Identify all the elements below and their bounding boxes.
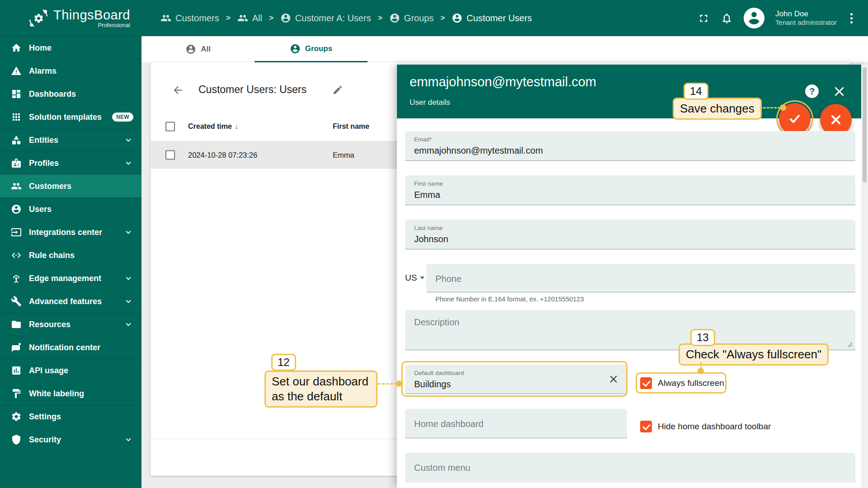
always-fullscreen-checkbox[interactable] (640, 377, 652, 389)
account-icon (290, 43, 301, 54)
kebab-menu-icon[interactable] (848, 10, 855, 26)
people-icon (237, 13, 248, 23)
select-all-checkbox[interactable] (165, 122, 175, 131)
sidebar-item-label: Dashboards (29, 89, 76, 99)
check-icon (787, 111, 802, 127)
account-icon (185, 44, 196, 55)
breadcrumb-customer-users[interactable]: Customer Users (452, 13, 532, 23)
sidebar-item-home[interactable]: Home (0, 36, 142, 59)
sidebar-item-label: Notification center (29, 343, 100, 352)
breadcrumb-groups[interactable]: Groups (389, 13, 434, 23)
close-icon[interactable] (833, 85, 845, 98)
tab-groups[interactable]: Groups (255, 36, 368, 62)
sidebar-item-notification-center[interactable]: Notification center (0, 336, 142, 359)
breadcrumb-label: Customer Users (467, 13, 532, 23)
phone-field[interactable]: Phone (426, 264, 855, 292)
sidebar-item-label: API usage (29, 366, 68, 375)
breadcrumb-separator: > (226, 14, 231, 23)
people-icon (11, 181, 22, 192)
checkbox-label: Hide home dashboard toolbar (658, 422, 771, 432)
account-icon (11, 204, 22, 215)
sidebar-item-label: Integrations center (29, 228, 102, 237)
dashboards-icon (11, 89, 22, 99)
resize-handle-icon[interactable] (847, 342, 853, 347)
sidebar-item-alarms[interactable]: Alarms (0, 59, 142, 82)
sidebar-item-white-labeling[interactable]: White labeling (0, 382, 142, 405)
step12-connector-dot (396, 380, 402, 387)
sidebar-item-edge-management[interactable]: Edge management (0, 267, 142, 290)
field-label: Last name (414, 225, 443, 231)
clear-field-icon[interactable] (608, 374, 619, 385)
app-logo[interactable]: ThingsBoard Professional (0, 0, 142, 36)
chevron-down-icon (123, 319, 133, 329)
sidebar-item-profiles[interactable]: Profiles (0, 151, 142, 174)
app-subtitle: Professional (98, 22, 130, 28)
field-placeholder: Home dashboard (414, 419, 483, 429)
phone-hint: Phone Number in E.164 format, ex. +12015… (435, 296, 584, 303)
back-arrow-icon[interactable] (172, 84, 184, 96)
home-dashboard-field[interactable]: Home dashboard (405, 409, 627, 438)
gear-icon (11, 411, 22, 422)
custom-menu-field[interactable]: Custom menu (405, 453, 855, 483)
sidebar-item-api-usage[interactable]: API usage (0, 359, 142, 382)
account-icon (280, 13, 291, 23)
notifications-bell-icon[interactable] (721, 12, 733, 24)
sidebar-item-label: Users (29, 205, 52, 214)
step14-callout: Save changes (673, 98, 762, 120)
step13-connector-dot (698, 368, 704, 374)
sidebar-item-integrations-center[interactable]: Integrations center (0, 221, 142, 244)
sidebar-item-resources[interactable]: Resources (0, 313, 142, 336)
breadcrumb-separator: > (378, 14, 382, 23)
thingsboard-logo-icon (28, 8, 49, 28)
last-name-field[interactable]: Last name Johnson (405, 220, 855, 249)
sidebar-item-customers[interactable]: Customers (0, 174, 142, 197)
close-icon (828, 112, 844, 127)
breadcrumb-customer-a-users[interactable]: Customer A: Users (280, 13, 371, 23)
sidebar-item-security[interactable]: Security (0, 428, 142, 451)
sidebar-item-solution-templates[interactable]: Solution templates NEW (0, 105, 142, 128)
panel-scrollbar-thumb[interactable] (863, 67, 867, 183)
top-header: Customers > All > Customer A: Users > Gr… (142, 0, 868, 36)
hide-home-dashboard-toolbar-checkbox[interactable] (640, 421, 652, 432)
column-header-first-name[interactable]: First name (333, 122, 369, 131)
checkbox-label: Always fullscreen (658, 378, 724, 388)
email-field[interactable]: Email* emmajohnson@mytestmail.com (405, 131, 855, 161)
fullscreen-icon[interactable] (698, 12, 710, 24)
user-role: Tenant administrator (775, 19, 837, 27)
account-icon (389, 13, 400, 23)
panel-subtitle: User details (410, 98, 450, 107)
edit-pencil-icon[interactable] (332, 84, 343, 95)
sidebar-item-dashboards[interactable]: Dashboards (0, 82, 142, 105)
default-dashboard-field[interactable]: Default dashboard Buildings (405, 365, 627, 394)
sidebar-item-label: Advanced features (29, 297, 102, 306)
user-info[interactable]: John Doe Tenant administrator (775, 9, 837, 27)
account-icon (452, 13, 462, 23)
sidebar-item-advanced-features[interactable]: Advanced features (0, 290, 142, 313)
sidebar-item-rule-chains[interactable]: Rule chains (0, 244, 142, 267)
breadcrumb-separator: > (440, 14, 445, 23)
account-icon (744, 8, 764, 28)
panel-scrollbar-track[interactable] (861, 65, 868, 488)
phone-country-select[interactable]: US (405, 264, 426, 292)
help-icon[interactable]: ? (805, 84, 819, 98)
first-name-field[interactable]: First name Emma (405, 175, 855, 205)
apps-icon (11, 112, 22, 122)
sidebar-item-entities[interactable]: Entities (0, 128, 142, 151)
field-value: Buildings (414, 379, 451, 389)
field-value: Johnson (414, 234, 448, 244)
field-placeholder: Description (414, 317, 459, 328)
breadcrumb-all[interactable]: All (237, 13, 262, 23)
column-header-created-time[interactable]: Created time↓ (188, 122, 238, 131)
sort-descending-icon: ↓ (235, 122, 238, 130)
chevron-down-icon (123, 158, 133, 168)
tab-all[interactable]: All (142, 36, 255, 62)
sidebar-item-settings[interactable]: Settings (0, 405, 142, 428)
tab-label: Groups (305, 44, 332, 53)
user-avatar[interactable] (744, 8, 764, 28)
new-badge: NEW (112, 113, 133, 122)
breadcrumb-customers[interactable]: Customers (160, 13, 219, 23)
sidebar-item-users[interactable]: Users (0, 197, 142, 221)
row-checkbox[interactable] (165, 150, 175, 160)
sidebar-item-label: Entities (29, 136, 58, 145)
chart-box-icon (11, 365, 22, 376)
